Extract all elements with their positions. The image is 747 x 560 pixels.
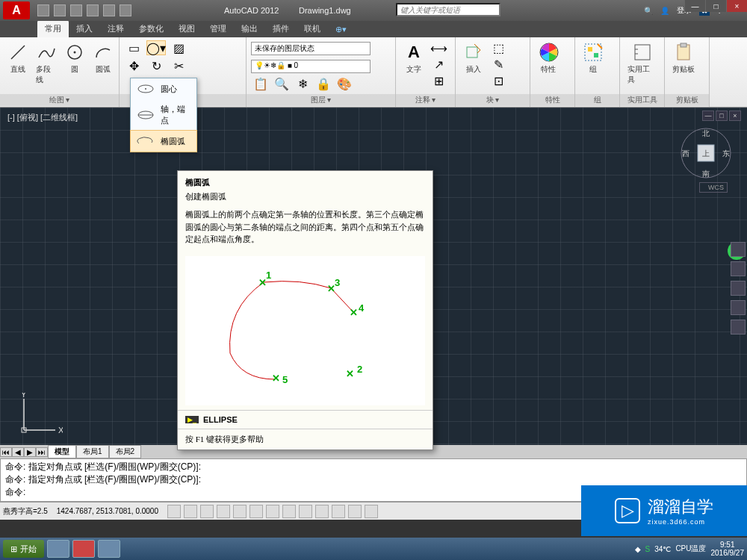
move-icon[interactable]: ✥: [124, 58, 143, 73]
properties-button[interactable]: 特性: [535, 40, 562, 76]
minimize-button[interactable]: —: [684, 0, 705, 12]
nav-orbit-icon[interactable]: [731, 300, 746, 315]
task-paint[interactable]: [98, 540, 120, 558]
tab-parametric[interactable]: 参数化: [131, 20, 171, 37]
trim-icon[interactable]: ✂: [169, 58, 188, 73]
dim-linear-icon[interactable]: ⟷: [429, 40, 448, 55]
group-title-annotate[interactable]: 注释 ▾: [396, 94, 455, 106]
dropdown-item-axis[interactable]: 轴，端点: [131, 99, 196, 131]
layout-tab-model[interactable]: 模型: [48, 445, 76, 458]
nav-zoom-icon[interactable]: [731, 281, 746, 296]
qat-print-icon[interactable]: [120, 4, 131, 16]
tab-output[interactable]: 输出: [234, 20, 265, 37]
tray-time: 9:51: [711, 541, 745, 549]
task-explorer[interactable]: [47, 540, 69, 558]
layer-prop-icon[interactable]: 📋: [251, 76, 270, 91]
nav-pan-icon[interactable]: [731, 261, 746, 276]
tab-online[interactable]: 联机: [297, 20, 328, 37]
group-title-layer[interactable]: 图层 ▾: [247, 94, 395, 106]
tab-home[interactable]: 常用: [37, 20, 69, 37]
rect-icon[interactable]: ▭: [124, 40, 143, 55]
view-cube[interactable]: 北 南 东 西 上 WCS: [680, 127, 732, 179]
current-layer-combo[interactable]: 💡☀❄🔒 ■ 0: [251, 60, 371, 73]
hatch-icon[interactable]: ▨: [169, 40, 188, 55]
ortho-toggle[interactable]: [200, 505, 214, 518]
table-icon[interactable]: ⊞: [429, 73, 448, 88]
dropdown-item-arc[interactable]: 椭圆弧: [130, 130, 197, 152]
viewport-label[interactable]: [-] [俯视] [二维线框]: [7, 112, 78, 123]
layer-state-combo[interactable]: 未保存的图层状态: [251, 42, 371, 55]
qat-open-icon[interactable]: [54, 4, 66, 16]
qat-redo-icon[interactable]: [103, 4, 115, 16]
create-block-icon[interactable]: ⬚: [489, 40, 508, 55]
edit-block-icon[interactable]: ✎: [489, 57, 508, 72]
layout-next-icon[interactable]: ▶: [24, 447, 36, 457]
group-title-draw[interactable]: 绘图 ▾: [0, 94, 119, 106]
circle-button[interactable]: 圆: [61, 40, 88, 76]
sc-toggle[interactable]: [365, 505, 378, 518]
tab-manage[interactable]: 管理: [202, 20, 234, 37]
nav-showmotion-icon[interactable]: [731, 320, 746, 335]
search-input[interactable]: [396, 3, 500, 16]
insert-button[interactable]: 插入: [460, 40, 487, 76]
layout-last-icon[interactable]: ⏭: [36, 447, 48, 457]
layout-tab-1[interactable]: 布局1: [76, 445, 109, 458]
task-autocad[interactable]: [72, 540, 95, 558]
osnap-toggle[interactable]: [233, 505, 247, 518]
layer-iso-icon[interactable]: 🔍: [272, 76, 291, 91]
tray-icon-2[interactable]: S: [645, 545, 651, 553]
ribbon-group-draw: 直线 多段线 圆 圆弧 绘图 ▾: [0, 37, 120, 107]
arc-button[interactable]: 圆弧: [90, 40, 117, 76]
otrack-toggle[interactable]: [266, 505, 279, 518]
vp-maximize-icon[interactable]: □: [716, 111, 728, 121]
qat-new-icon[interactable]: [37, 4, 49, 16]
layer-freeze-icon[interactable]: ❄: [293, 76, 312, 91]
layer-match-icon[interactable]: 🎨: [335, 76, 354, 91]
maximize-button[interactable]: □: [705, 0, 726, 12]
circle-icon: [64, 42, 85, 63]
tab-expand-icon[interactable]: ⊕▾: [328, 22, 354, 37]
tab-view[interactable]: 视图: [171, 20, 202, 37]
rotate-icon[interactable]: ↻: [146, 58, 166, 73]
close-button[interactable]: ×: [726, 0, 747, 12]
group-title-block[interactable]: 块 ▾: [456, 94, 530, 106]
tab-insert[interactable]: 插入: [69, 20, 100, 37]
layout-first-icon[interactable]: ⏮: [0, 447, 12, 457]
layout-prev-icon[interactable]: ◀: [12, 447, 24, 457]
app-logo[interactable]: A: [3, 1, 30, 19]
attr-block-icon[interactable]: ⊡: [489, 73, 508, 88]
clipboard-button[interactable]: 剪贴板: [669, 40, 698, 76]
dropdown-item-center[interactable]: 圆心: [131, 78, 196, 99]
utilities-button[interactable]: 实用工具: [624, 40, 660, 87]
tab-annotate[interactable]: 注释: [100, 20, 131, 37]
vp-close-icon[interactable]: ×: [729, 111, 741, 121]
qat-undo-icon[interactable]: [87, 4, 99, 16]
leader-icon[interactable]: ↗: [429, 57, 448, 72]
qat-save-icon[interactable]: [70, 4, 82, 16]
user-icon[interactable]: 👤: [660, 7, 669, 15]
polyline-button[interactable]: 多段线: [33, 40, 60, 87]
ducs-toggle[interactable]: [282, 505, 296, 518]
grid-toggle[interactable]: [184, 505, 197, 518]
nav-wheel-icon[interactable]: [731, 242, 746, 257]
lwt-toggle[interactable]: [315, 505, 329, 518]
text-button[interactable]: A 文字: [400, 40, 427, 76]
snap-toggle[interactable]: [167, 505, 181, 518]
start-button[interactable]: ⊞ 开始: [3, 540, 44, 558]
layer-lock-icon[interactable]: 🔒: [314, 76, 333, 91]
tab-plugins[interactable]: 插件: [265, 20, 297, 37]
tpy-toggle[interactable]: [332, 505, 345, 518]
dyn-toggle[interactable]: [299, 505, 312, 518]
tray-icon-1[interactable]: ◆: [635, 545, 641, 553]
qp-toggle[interactable]: [348, 505, 362, 518]
line-button[interactable]: 直线: [4, 40, 31, 76]
wcs-label[interactable]: WCS: [699, 182, 728, 193]
vp-minimize-icon[interactable]: —: [702, 111, 714, 121]
infocenter-icon[interactable]: 🔍: [644, 7, 653, 15]
polar-toggle[interactable]: [217, 505, 230, 518]
tooltip-subtitle: 创建椭圆弧: [185, 191, 425, 202]
ellipse-dropdown-button[interactable]: ◯▾: [146, 40, 166, 55]
layout-tab-2[interactable]: 布局2: [109, 445, 142, 458]
group-button[interactable]: 组: [580, 40, 607, 76]
3dosnap-toggle[interactable]: [249, 505, 263, 518]
